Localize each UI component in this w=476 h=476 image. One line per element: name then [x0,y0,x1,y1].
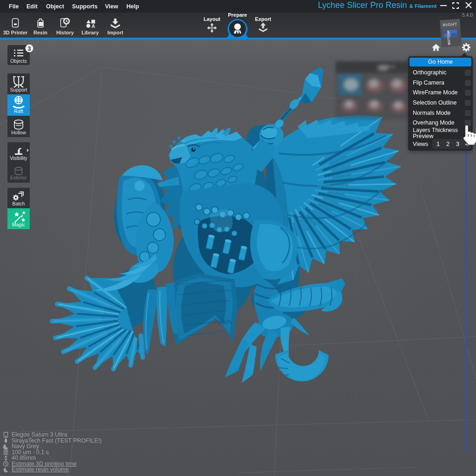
svg-text:History: History [56,30,74,35]
svg-text:Import: Import [107,30,124,35]
svg-text:Layout: Layout [204,16,220,22]
svg-text:A: A [92,23,95,29]
svg-text:Prepare: Prepare [228,12,247,18]
svg-text:Visibility: Visibility [10,155,27,161]
svg-text:Support: Support [10,87,27,93]
svg-text:Hollow: Hollow [11,130,26,135]
svg-text:Exterior: Exterior [10,175,27,180]
svg-text:Library: Library [81,30,99,35]
svg-text:Raft: Raft [14,108,23,114]
svg-text:3: 3 [28,46,31,52]
svg-text:Magic: Magic [12,222,25,227]
svg-text:Export: Export [255,16,271,22]
svg-text:Batch: Batch [13,201,25,206]
svg-text:Objects: Objects [10,58,27,64]
